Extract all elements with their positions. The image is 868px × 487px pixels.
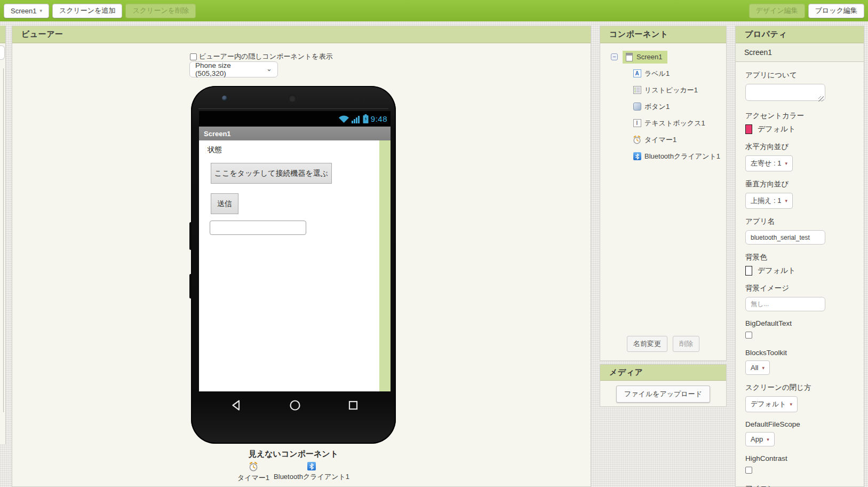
clock-icon (249, 462, 258, 472)
about-label: アプリについて (745, 70, 854, 80)
listpicker-icon (633, 86, 641, 95)
blocks-edit-button[interactable]: ブロック編集 (808, 4, 864, 18)
button-icon (633, 103, 641, 111)
phone-size-dropdown[interactable]: Phone size (505,320) (189, 61, 278, 77)
bg-color-value[interactable]: デフォルト (758, 266, 796, 276)
media-panel: メディア ファイルをアップロード (600, 364, 727, 407)
design-edit-button[interactable]: デザイン編集 (749, 4, 805, 18)
tree-item-label: リストピッカー1 (644, 85, 698, 95)
design-canvas[interactable]: 状態 ここをタッチして接続機器を選ぶ 送信 (199, 140, 391, 391)
status-time: 9:48 (371, 114, 387, 123)
battery-icon (363, 114, 369, 123)
valign-dropdown[interactable]: 上揃え : 1 (745, 193, 793, 209)
palette-panel-clipped (0, 26, 6, 444)
delete-button[interactable]: 削除 (673, 336, 699, 352)
default-file-scope-label: DefaultFileScope (745, 420, 854, 428)
viewer-panel: ビューアー ビューアー内の隠しコンポーネントを表示 Phone size (50… (12, 26, 591, 487)
accent-color-value[interactable]: デフォルト (758, 124, 796, 134)
big-default-text-checkbox[interactable] (745, 332, 752, 339)
default-file-scope-dropdown[interactable]: App (745, 432, 775, 446)
recents-icon (347, 399, 360, 412)
components-panel: コンポーネント − Screen1 A ラベル1 リストピッカー1 (600, 26, 727, 361)
textbox-icon: I (633, 119, 641, 128)
nav-bar (199, 391, 391, 419)
bg-image-label: 背景イメージ (745, 284, 854, 293)
phone-mockup: 9:48 Screen1 状態 ここをタッチして接続機器を選ぶ 送信 (191, 86, 396, 444)
tree-item-textbox1[interactable]: I テキストボックス1 (611, 115, 723, 131)
textbox1-widget[interactable] (210, 221, 306, 235)
tree-item-bluetoothclient1[interactable]: Bluetoothクライアント1 (611, 148, 723, 164)
palette-header-fragment (0, 26, 5, 43)
tree-item-label: Screen1 (636, 53, 662, 61)
app-name-input[interactable] (745, 230, 825, 245)
big-default-text-label: BigDefaultText (745, 319, 854, 327)
properties-panel: プロパティ Screen1 アプリについて アクセントカラー デフォルト 水平方… (735, 26, 864, 487)
viewer-header: ビューアー (12, 26, 591, 43)
volume-button-nub (189, 222, 192, 250)
bluetooth-icon (633, 152, 641, 161)
bg-image-picker[interactable]: 無し... (745, 297, 825, 311)
about-textarea[interactable] (745, 84, 825, 101)
media-header: メディア (600, 365, 726, 381)
tree-item-button1[interactable]: ボタン1 (611, 98, 723, 115)
selected-component-name: Screen1 (736, 43, 864, 62)
screen-close-dropdown[interactable]: デフォルト (745, 396, 798, 412)
high-contrast-label: HighContrast (745, 454, 854, 462)
show-hidden-checkbox[interactable] (190, 53, 197, 60)
show-hidden-label: ビューアー内の隠しコンポーネントを表示 (199, 52, 333, 61)
properties-body: アプリについて アクセントカラー デフォルト 水平方向並び 左寄せ : 1 垂直… (736, 62, 864, 487)
components-footer: 名前変更 削除 (600, 336, 726, 352)
halign-value: 左寄せ : 1 (751, 159, 781, 168)
back-icon (230, 399, 243, 412)
remove-screen-button[interactable]: スクリーンを削除 (125, 4, 196, 18)
screen-icon (625, 53, 633, 61)
listpicker1-widget[interactable]: ここをタッチして接続機器を選ぶ (211, 163, 332, 184)
front-camera-icon (222, 96, 227, 101)
signal-icon (352, 115, 361, 123)
label1-widget[interactable]: 状態 (208, 145, 222, 155)
invisible-bluetoothclient1[interactable]: Bluetoothクライアント1 (274, 462, 349, 482)
show-hidden-row: ビューアー内の隠しコンポーネントを表示 (190, 52, 333, 61)
add-screen-button[interactable]: スクリーンを追加 (52, 4, 123, 18)
blocks-toolkit-dropdown[interactable]: All (745, 360, 770, 375)
components-tree: − Screen1 A ラベル1 リストピッカー1 ボタン (600, 43, 726, 164)
screen-titlebar: Screen1 (199, 127, 391, 140)
invisible-components-row: タイマー1 Bluetoothクライアント1 (191, 462, 396, 483)
icon-label: アイコン (745, 484, 854, 487)
chevron-down-icon: ▾ (39, 8, 42, 13)
phone-size-value: Phone size (505,320) (195, 61, 261, 77)
halign-label: 水平方向並び (745, 142, 854, 152)
resize-grip-icon[interactable] (818, 96, 824, 101)
status-bar: 9:48 (199, 111, 391, 127)
screen-close-value: デフォルト (751, 399, 786, 409)
tree-item-screen1[interactable]: − Screen1 (611, 49, 723, 65)
tree-item-listpicker1[interactable]: リストピッカー1 (611, 82, 723, 98)
tree-item-label: ボタン1 (644, 102, 670, 112)
tree-item-timer1[interactable]: タイマー1 (611, 131, 723, 148)
valign-label: 垂直方向並び (745, 179, 854, 189)
invisible-timer1-label: タイマー1 (237, 473, 269, 483)
collapse-icon[interactable]: − (611, 53, 618, 60)
invisible-timer1[interactable]: タイマー1 (237, 462, 269, 483)
blocks-toolkit-label: BlocksToolkit (745, 349, 854, 357)
bg-color-swatch[interactable] (745, 266, 752, 276)
screen-picker-label: Screen1 (11, 7, 36, 15)
app-name-label: アプリ名 (745, 217, 854, 226)
upload-file-button[interactable]: ファイルをアップロード (616, 386, 710, 403)
high-contrast-checkbox[interactable] (745, 467, 752, 474)
media-title: メディア (609, 367, 643, 378)
tree-item-label: テキストボックス1 (644, 119, 705, 128)
home-icon (289, 399, 301, 412)
button1-widget[interactable]: 送信 (211, 193, 238, 214)
viewer-title: ビューアー (21, 29, 63, 40)
earpiece-speaker-icon (288, 94, 297, 104)
screen-picker-button[interactable]: Screen1 ▾ (4, 4, 49, 18)
rename-button[interactable]: 名前変更 (627, 336, 667, 352)
tree-item-label1[interactable]: A ラベル1 (611, 65, 723, 82)
default-file-scope-value: App (751, 435, 763, 443)
tree-item-label: Bluetoothクライアント1 (644, 152, 720, 161)
sensor-dots (354, 98, 368, 101)
accent-color-swatch[interactable] (745, 124, 752, 134)
halign-dropdown[interactable]: 左寄せ : 1 (745, 155, 793, 171)
canvas-scroll-strip (379, 140, 391, 391)
